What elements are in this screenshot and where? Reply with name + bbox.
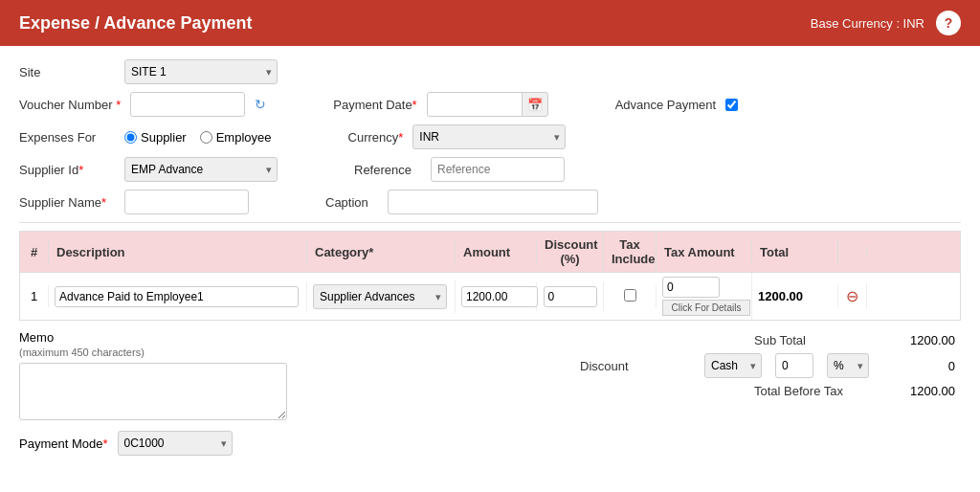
- row-category-select[interactable]: Supplier Advances: [313, 284, 447, 309]
- payment-date-label: Payment Date*: [333, 98, 416, 112]
- currency-select[interactable]: INR USD EUR: [412, 124, 566, 149]
- row-remove-cell: ⊖: [838, 283, 867, 309]
- discount-pct-wrapper: % Flat: [827, 353, 869, 378]
- page-header: Expense / Advance Payment Base Currency …: [0, 0, 980, 46]
- table-header: # Description Category* Amount Discount …: [19, 231, 961, 272]
- voucher-number-label: Voucher Number *: [19, 98, 121, 112]
- discount-label: Discount: [580, 359, 695, 373]
- advance-payment-label: Advance Payment: [615, 98, 717, 112]
- memo-label: Memo: [19, 330, 54, 345]
- radio-employee-label[interactable]: Employee: [200, 130, 272, 145]
- row-category-wrapper: Supplier Advances: [313, 284, 447, 309]
- discount-type-wrapper: Cash %: [704, 353, 762, 378]
- discount-pct-select[interactable]: % Flat: [827, 353, 869, 378]
- col-header-cat: Category*: [307, 239, 456, 265]
- reference-input[interactable]: [431, 157, 565, 182]
- calendar-icon[interactable]: 📅: [522, 92, 548, 117]
- payment-mode-row: Payment Mode* 0C1000: [19, 431, 287, 456]
- total-before-tax-row: Total Before Tax 1200.00: [626, 381, 961, 401]
- row-discount-input[interactable]: [544, 286, 597, 307]
- radio-supplier-label[interactable]: Supplier: [124, 130, 187, 145]
- col-header-total: Total: [752, 239, 838, 265]
- supplier-name-row: Supplier Name* Emp Advance Caption Advan…: [19, 190, 961, 214]
- row-amount-input[interactable]: [461, 286, 538, 307]
- expenses-for-label: Expenses For: [19, 130, 115, 145]
- refresh-icon[interactable]: ↻: [255, 97, 266, 112]
- radio-employee[interactable]: [200, 131, 212, 144]
- row-description-cell: [49, 282, 307, 311]
- total-before-tax-label: Total Before Tax: [754, 384, 869, 398]
- voucher-row: Voucher Number * AP31 ↻ Payment Date* 20…: [19, 92, 961, 117]
- col-header-taxamount: Tax Amount: [657, 239, 752, 265]
- reference-label: Reference: [354, 163, 412, 177]
- discount-amount-input[interactable]: [775, 353, 813, 378]
- row-total-cell: 1200.00: [752, 285, 838, 307]
- supplier-name-input[interactable]: Emp Advance: [124, 190, 249, 214]
- tax-detail-button[interactable]: Click For Details: [662, 300, 750, 316]
- col-header-amount: Amount: [456, 239, 537, 265]
- memo-textarea[interactable]: [19, 363, 287, 420]
- totals-section: Sub Total 1200.00 Discount Cash % % Flat: [626, 330, 961, 456]
- total-before-tax-value: 1200.00: [879, 384, 955, 398]
- caption-label: Caption: [325, 195, 368, 210]
- row-taxinclude-cell: [604, 285, 657, 308]
- base-currency-label: Base Currency : INR: [811, 16, 924, 31]
- expenses-for-row: Expenses For Supplier Employee Currency*…: [19, 124, 961, 149]
- payment-mode-wrapper: 0C1000: [118, 431, 233, 456]
- supplier-name-label: Supplier Name*: [19, 195, 115, 210]
- col-header-action: [838, 246, 867, 257]
- radio-supplier[interactable]: [124, 131, 137, 144]
- voucher-number-input[interactable]: AP31: [130, 92, 245, 117]
- col-header-num: #: [20, 239, 49, 265]
- row-category-cell: Supplier Advances: [307, 280, 456, 313]
- table-row: 1 Supplier Advances Click For Details 12…: [19, 272, 961, 321]
- site-select-wrapper: SITE 1 SITE 2: [124, 59, 278, 84]
- memo-section: Memo (maximum 450 characters) Payment Mo…: [19, 330, 287, 456]
- page-title: Expense / Advance Payment: [19, 13, 252, 34]
- row-num: 1: [20, 285, 49, 307]
- supplier-id-select[interactable]: EMP Advance: [124, 157, 278, 182]
- currency-select-wrapper: INR USD EUR: [412, 124, 566, 149]
- discount-value: 0: [879, 359, 955, 373]
- spacer: [306, 330, 607, 456]
- remove-row-button[interactable]: ⊖: [844, 287, 860, 305]
- payment-mode-label: Payment Mode*: [19, 436, 108, 451]
- header-right: Base Currency : INR ?: [811, 11, 961, 35]
- col-header-desc: Description: [49, 239, 307, 265]
- supplier-id-label: Supplier Id*: [19, 163, 115, 177]
- supplier-id-row: Supplier Id* EMP Advance Reference: [19, 157, 961, 182]
- row-taxinclude-checkbox[interactable]: [624, 289, 636, 302]
- row-taxamount-input[interactable]: [662, 277, 720, 298]
- discount-type-select[interactable]: Cash %: [704, 353, 762, 378]
- col-header-discount: Discount (%): [537, 232, 604, 272]
- site-select[interactable]: SITE 1 SITE 2: [124, 59, 278, 84]
- col-header-taxinclude: Tax Include: [604, 232, 657, 272]
- caption-input[interactable]: Advance Paid to Employee 1: [388, 190, 598, 214]
- main-content: Site SITE 1 SITE 2 Voucher Number * AP31…: [0, 46, 980, 492]
- discount-row: Discount Cash % % Flat 0: [626, 350, 961, 381]
- advance-payment-checkbox[interactable]: [725, 99, 738, 111]
- subtotal-row: Sub Total 1200.00: [626, 330, 961, 350]
- expenses-for-radio-group: Supplier Employee: [124, 130, 272, 145]
- site-row: Site SITE 1 SITE 2: [19, 59, 961, 84]
- bottom-section: Memo (maximum 450 characters) Payment Mo…: [19, 330, 961, 456]
- separator: [19, 222, 961, 223]
- currency-label: Currency*: [348, 130, 404, 145]
- row-taxamount-cell: Click For Details: [657, 273, 752, 320]
- memo-sublabel: (maximum 450 characters): [19, 347, 145, 358]
- payment-date-input[interactable]: 2020-04-05: [427, 92, 523, 117]
- payment-mode-select[interactable]: 0C1000: [118, 431, 233, 456]
- row-discount-cell: [537, 282, 604, 311]
- payment-date-group: 2020-04-05 📅: [427, 92, 548, 117]
- subtotal-value: 1200.00: [879, 333, 955, 347]
- site-label: Site: [19, 65, 115, 79]
- memo-label-text: Memo (maximum 450 characters): [19, 330, 287, 359]
- supplier-id-select-wrapper: EMP Advance: [124, 157, 278, 182]
- help-button[interactable]: ?: [936, 11, 961, 35]
- row-description-input[interactable]: [55, 286, 299, 307]
- subtotal-label: Sub Total: [754, 333, 869, 347]
- row-amount-cell: [456, 282, 537, 311]
